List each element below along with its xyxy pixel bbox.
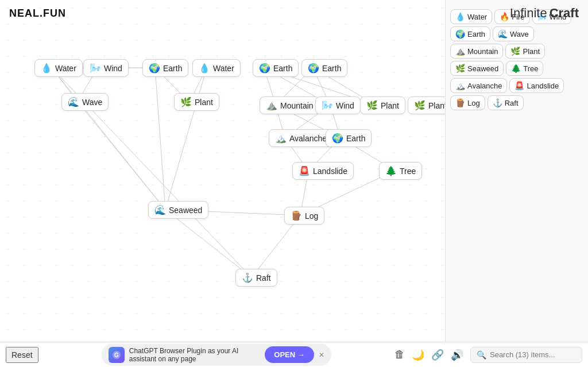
delete-icon[interactable]: 🗑 [394,349,405,361]
svg-line-24 [78,102,165,210]
sidebar-item-landslide[interactable]: 🚨Landslide [509,78,564,93]
sidebar-row-4: 🌿Seaweed 🌲Tree [450,61,583,76]
element-earth-c3[interactable]: 🌍Earth [142,59,188,77]
sidebar-item-log[interactable]: 🪵Log [450,95,485,110]
element-wind-c2[interactable]: 🌬️Wind [83,59,129,77]
logo: NEAL.FUN [9,7,66,20]
sidebar-item-raft[interactable]: ⚓Raft [488,95,524,110]
svg-line-27 [165,210,252,277]
element-plant-c11[interactable]: 🌿Plant [360,96,405,114]
element-plant-c8[interactable]: 🌿Plant [174,93,219,111]
element-water-c1[interactable]: 💧Water [34,59,83,77]
title-infinite: Infinite [510,6,547,21]
ad-text: ChatGPT Browser Plugin as your AI assist… [129,347,261,363]
sidebar-item-seaweed[interactable]: 🌿Seaweed [450,61,504,76]
ad-banner: G ChatGPT Browser Plugin as your AI assi… [102,343,331,366]
sidebar-row-5: 🏔️Avalanche 🚨Landslide [450,78,583,93]
element-seaweed-c17[interactable]: 🌊Seaweed [148,201,208,219]
sidebar-item-plant[interactable]: 🌿Plant [505,44,545,59]
svg-line-22 [155,68,165,210]
search-icon: 🔍 [477,350,486,360]
element-wind-c10[interactable]: 🌬️Wind [315,96,361,114]
bottom-bar: Reset G ChatGPT Browser Plugin as your A… [0,342,588,367]
sidebar-item-mountain[interactable]: ⛰️Mountain [450,44,503,59]
sidebar-item-earth[interactable]: 🌍Earth [450,26,490,41]
element-tree-c16[interactable]: 🌲Tree [379,162,422,180]
bottom-left: Reset [6,347,38,363]
reset-button[interactable]: Reset [6,347,38,363]
open-button[interactable]: OPEN → [265,346,314,363]
element-log-c18[interactable]: 🪵Log [284,207,324,225]
sidebar-row-6: 🪵Log ⚓Raft [450,95,583,110]
svg-line-23 [165,68,207,210]
moon-icon[interactable]: 🌙 [412,349,424,361]
craft-canvas[interactable]: 💧Water🌬️Wind🌍Earth💧Water🌍Earth🌍Earth🌊Wav… [0,0,445,367]
element-water-c4[interactable]: 💧Water [192,59,241,77]
connection-lines [0,0,445,367]
ad-icon: G [109,347,125,363]
element-mountain-c9[interactable]: ⛰️Mountain [260,96,320,114]
element-earth-c5[interactable]: 🌍Earth [253,59,299,77]
title-craft: Craft [550,6,579,21]
element-earth-c6[interactable]: 🌍Earth [301,59,347,77]
sidebar-item-avalanche[interactable]: 🏔️Avalanche [450,78,507,93]
svg-line-25 [52,68,165,210]
element-landslide-c15[interactable]: 🚨Landslide [292,162,354,180]
sidebar: 💧Water 🔥Fire 🌬️Wind 🌍Earth 🌊Wave ⛰️Mount… [445,0,588,367]
bottom-right: 🗑 🌙 🔗 🔊 🔍 [394,347,582,363]
sidebar-item-tree[interactable]: 🌲Tree [506,61,543,76]
svg-text:G: G [114,352,119,358]
sidebar-elements: 💧Water 🔥Fire 🌬️Wind 🌍Earth 🌊Wave ⛰️Mount… [446,7,588,345]
sidebar-row-2: 🌍Earth 🌊Wave [450,26,583,41]
element-wave-c7[interactable]: 🌊Wave [61,93,109,111]
search-bar[interactable]: 🔍 [470,347,582,363]
title-area: Infinite Craft [510,6,579,21]
svg-line-21 [252,215,300,277]
share-icon[interactable]: 🔗 [431,349,444,361]
element-avalanche-c13[interactable]: 🏔️Avalanche [269,129,333,147]
element-plant-c12[interactable]: 🌿Plant [408,96,445,114]
ad-close-button[interactable]: ✕ [319,351,324,359]
search-input[interactable] [490,350,576,359]
sound-icon[interactable]: 🔊 [451,349,463,361]
element-raft-c19[interactable]: ⚓Raft [235,269,277,287]
sidebar-item-wave[interactable]: 🌊Wave [493,26,534,41]
sidebar-row-3: ⛰️Mountain 🌿Plant [450,44,583,59]
element-earth-c14[interactable]: 🌍Earth [326,129,372,147]
header: NEAL.FUN Infinite Craft [0,0,588,26]
